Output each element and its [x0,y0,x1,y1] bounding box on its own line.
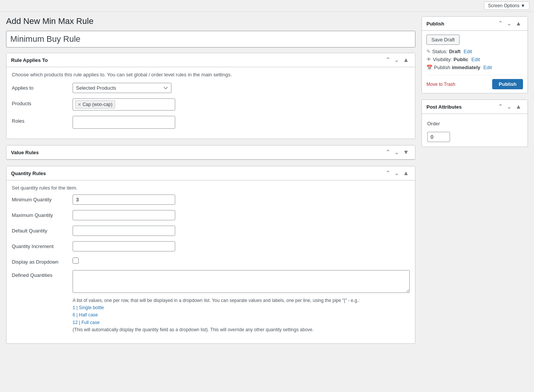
qty-increment-input[interactable] [73,241,175,251]
applies-to-label: Applies to [12,83,73,91]
default-qty-label: Default Quantity [12,226,73,234]
quantity-rules-description: Set quantity rules for the item. [12,185,410,191]
rule-applies-to-controls: ⌃ ⌄ ▲ [384,56,410,64]
calendar-icon: 📅 [426,65,433,70]
visibility-edit-link[interactable]: Edit [471,57,480,62]
post-attributes-box: Post Attributes ⌃ ⌄ ▲ Order [421,100,528,147]
rule-title-input[interactable] [6,31,415,47]
defined-quantities-row: Defined Quantities A list of values, one… [12,270,410,334]
quantity-rules-title: Quantity Rules [11,171,46,176]
applies-to-field: Selected Products All Products Selected … [73,83,410,93]
help-text-main: A list of values, one per row, that will… [73,298,360,303]
products-label: Products [12,98,73,106]
status-label: Status: [432,49,447,54]
applies-to-select[interactable]: Selected Products All Products Selected … [73,83,171,93]
screen-options-button[interactable]: Screen Options ▼ [484,2,529,10]
max-qty-field [73,210,410,220]
override-note: (This will automatically display the qua… [73,327,314,332]
roles-label: Roles [12,116,73,124]
value-rules-controls: ⌃ ⌄ ▼ [384,149,410,156]
status-value: Draft [449,49,460,54]
status-edit-link[interactable]: Edit [464,49,472,54]
rule-applies-to-description: Choose which products this rule applies … [12,72,410,77]
min-qty-label: Minimum Quantity [12,194,73,202]
defined-quantities-field: A list of values, one per row, that will… [73,270,410,334]
post-attr-up-btn[interactable]: ⌃ [496,103,504,111]
qty-rules-arrow-btn[interactable]: ▲ [401,169,410,177]
quantity-rules-controls: ⌃ ⌄ ▲ [384,169,410,177]
status-icon: ✎ [426,49,431,54]
publish-arrow-btn[interactable]: ▲ [514,20,523,27]
example-link-1[interactable]: 1 | Single bottle [73,305,104,310]
defined-quantities-textarea[interactable] [73,270,410,293]
visibility-meta: 👁 Visibility: Public Edit [426,57,523,62]
display-dropdown-checkbox[interactable] [73,258,79,264]
min-qty-input[interactable] [73,194,175,205]
example-link-3[interactable]: 12 | Full case [73,320,100,325]
publish-up-btn[interactable]: ⌃ [496,20,504,27]
sidebar-column: Publish ⌃ ⌄ ▲ Save Draft ✎ Status: Draft… [421,16,528,350]
value-rules-box: Value Rules ⌃ ⌄ ▼ [6,145,415,160]
order-label: Order [427,119,488,126]
value-rules-header: Value Rules ⌃ ⌄ ▼ [6,145,415,160]
quantity-rules-body: Set quantity rules for the item. Minimum… [6,180,415,343]
rule-applies-to-box: Rule Applies To ⌃ ⌄ ▲ Choose which produ… [6,53,415,139]
rule-applies-to-title: Rule Applies To [11,57,48,63]
rule-applies-to-body: Choose which products this rule applies … [6,67,415,139]
publish-when-edit-link[interactable]: Edit [483,65,492,70]
max-qty-input[interactable] [73,210,175,220]
post-attr-down-btn[interactable]: ⌄ [505,103,513,111]
display-dropdown-row: Display as Dropdown [12,257,410,265]
publish-button[interactable]: Publish [492,79,523,89]
post-attr-arrow-btn[interactable]: ▲ [514,103,523,111]
quantity-rules-header: Quantity Rules ⌃ ⌄ ▲ [6,166,415,180]
products-field: × Cap (woo-cap) [73,98,410,111]
publish-when-meta: 📅 Publish immediately Edit [426,65,523,70]
default-qty-input[interactable] [73,226,175,236]
quantity-rules-box: Quantity Rules ⌃ ⌄ ▲ Set quantity rules … [6,166,415,344]
value-rules-down-btn[interactable]: ⌄ [393,149,401,156]
default-qty-row: Default Quantity [12,226,410,236]
order-row: Order [427,119,522,126]
screen-options-bar: Screen Options ▼ [0,0,534,12]
roles-row: Roles [12,116,410,129]
qty-rules-up-btn[interactable]: ⌃ [384,169,392,177]
publish-controls: ⌃ ⌄ ▲ [496,20,523,27]
collapse-arrow-btn[interactable]: ▲ [401,56,410,64]
publish-title: Publish [426,21,444,27]
order-input[interactable] [427,132,450,142]
visibility-value: Public [453,57,468,62]
publish-header: Publish ⌃ ⌄ ▲ [422,17,528,31]
post-attributes-controls: ⌃ ⌄ ▲ [496,103,523,111]
post-attributes-title: Post Attributes [426,104,462,110]
products-tag-input[interactable]: × Cap (woo-cap) [73,98,175,111]
applies-to-row: Applies to Selected Products All Product… [12,83,410,93]
default-qty-field [73,226,410,236]
qty-increment-row: Quantity Increment [12,241,410,251]
example-link-2[interactable]: 6 | Half case [73,312,98,318]
main-column: Add New Min Max Rule Rule Applies To ⌃ ⌄… [6,16,415,350]
status-meta: ✎ Status: Draft Edit [426,49,523,54]
tag-remove-btn[interactable]: × [78,102,81,107]
publish-down-btn[interactable]: ⌄ [505,20,513,27]
collapse-down-btn[interactable]: ⌄ [393,56,401,64]
display-dropdown-field [73,257,410,265]
publish-when-label: Publish [434,65,450,70]
value-rules-arrow-btn[interactable]: ▼ [401,149,410,156]
post-attributes-header: Post Attributes ⌃ ⌄ ▲ [422,100,528,114]
value-rules-up-btn[interactable]: ⌃ [384,149,392,156]
visibility-label: Visibility: [433,57,452,62]
page-title: Add New Min Max Rule [6,16,415,26]
max-qty-label: Maximum Quantity [12,210,73,218]
collapse-up-btn[interactable]: ⌃ [384,56,392,64]
publish-actions: Move to Trash Publish [426,75,523,89]
roles-field [73,116,410,129]
publish-box: Publish ⌃ ⌄ ▲ Save Draft ✎ Status: Draft… [421,16,528,93]
min-qty-row: Minimum Quantity [12,194,410,205]
publish-when-value: immediately [452,65,480,70]
roles-tag-input[interactable] [73,116,175,129]
qty-rules-down-btn[interactable]: ⌄ [393,169,401,177]
products-row: Products × Cap (woo-cap) [12,98,410,111]
move-trash-link[interactable]: Move to Trash [426,82,455,87]
save-draft-button[interactable]: Save Draft [426,35,460,45]
